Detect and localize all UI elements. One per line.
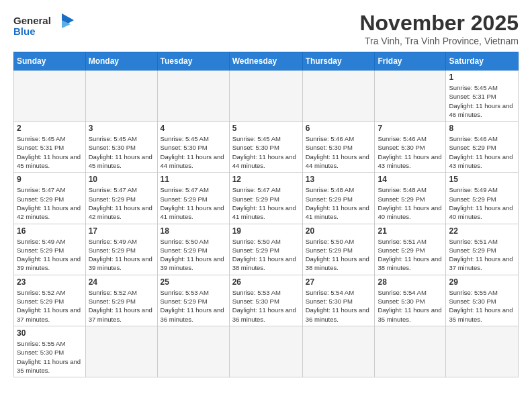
day-number: 16 [17,226,83,236]
day-info: Sunrise: 5:51 AMSunset: 5:29 PMDaylight:… [449,237,515,273]
day-number: 26 [232,277,300,287]
calendar-cell [229,326,302,377]
day-info: Sunrise: 5:48 AMSunset: 5:29 PMDaylight:… [378,185,443,221]
day-info: Sunrise: 5:45 AMSunset: 5:30 PMDaylight:… [232,134,300,170]
calendar-cell: 18Sunrise: 5:50 AMSunset: 5:29 PMDayligh… [157,224,229,275]
calendar-week-row: 30Sunrise: 5:55 AMSunset: 5:30 PMDayligh… [14,326,519,377]
day-info: Sunrise: 5:49 AMSunset: 5:29 PMDaylight:… [17,237,83,273]
page-header: General Blue November 2025 Tra Vinh, Tra… [13,11,519,46]
calendar-cell: 15Sunrise: 5:49 AMSunset: 5:29 PMDayligh… [446,173,519,224]
calendar-cell: 23Sunrise: 5:52 AMSunset: 5:29 PMDayligh… [14,275,86,326]
day-info: Sunrise: 5:45 AMSunset: 5:31 PMDaylight:… [449,83,515,119]
calendar-cell [157,326,229,377]
calendar-cell [375,326,446,377]
calendar-cell [157,71,229,122]
calendar-cell: 16Sunrise: 5:49 AMSunset: 5:29 PMDayligh… [14,224,86,275]
weekday-header-wednesday: Wednesday [229,52,302,71]
month-title: November 2025 [359,11,519,36]
calendar-week-row: 9Sunrise: 5:47 AMSunset: 5:29 PMDaylight… [14,173,519,224]
calendar-cell: 27Sunrise: 5:54 AMSunset: 5:30 PMDayligh… [302,275,375,326]
day-info: Sunrise: 5:52 AMSunset: 5:29 PMDaylight:… [89,288,154,324]
day-info: Sunrise: 5:49 AMSunset: 5:29 PMDaylight:… [89,237,154,273]
day-info: Sunrise: 5:52 AMSunset: 5:29 PMDaylight:… [17,288,83,324]
day-number: 1 [449,73,515,82]
day-info: Sunrise: 5:47 AMSunset: 5:29 PMDaylight:… [17,185,83,221]
day-number: 9 [17,175,83,184]
calendar-cell: 28Sunrise: 5:54 AMSunset: 5:30 PMDayligh… [375,275,446,326]
calendar-header: SundayMondayTuesdayWednesdayThursdayFrid… [14,52,519,71]
day-info: Sunrise: 5:47 AMSunset: 5:29 PMDaylight:… [89,185,154,221]
day-info: Sunrise: 5:51 AMSunset: 5:29 PMDaylight:… [378,237,443,273]
calendar-body: 1Sunrise: 5:45 AMSunset: 5:31 PMDaylight… [14,71,519,377]
day-number: 22 [449,226,515,236]
calendar-cell: 11Sunrise: 5:47 AMSunset: 5:29 PMDayligh… [157,173,229,224]
day-number: 30 [17,328,83,338]
weekday-header-monday: Monday [85,52,157,71]
calendar-cell: 9Sunrise: 5:47 AMSunset: 5:29 PMDaylight… [14,173,86,224]
day-number: 17 [89,226,154,236]
day-info: Sunrise: 5:55 AMSunset: 5:30 PMDaylight:… [449,288,515,324]
calendar-cell [302,71,375,122]
day-info: Sunrise: 5:50 AMSunset: 5:29 PMDaylight:… [232,237,300,273]
calendar-cell: 2Sunrise: 5:45 AMSunset: 5:31 PMDaylight… [14,122,86,173]
location: Tra Vinh, Tra Vinh Province, Vietnam [359,36,519,46]
calendar-cell [85,71,157,122]
calendar-cell: 30Sunrise: 5:55 AMSunset: 5:30 PMDayligh… [14,326,86,377]
weekday-header-saturday: Saturday [446,52,519,71]
calendar-cell: 25Sunrise: 5:53 AMSunset: 5:29 PMDayligh… [157,275,229,326]
calendar-cell: 17Sunrise: 5:49 AMSunset: 5:29 PMDayligh… [85,224,157,275]
day-info: Sunrise: 5:49 AMSunset: 5:29 PMDaylight:… [449,185,515,221]
calendar-cell: 8Sunrise: 5:46 AMSunset: 5:29 PMDaylight… [446,122,519,173]
day-info: Sunrise: 5:46 AMSunset: 5:30 PMDaylight:… [378,134,443,170]
day-number: 28 [378,277,443,287]
day-number: 21 [378,226,443,236]
day-number: 18 [161,226,226,236]
calendar-cell: 10Sunrise: 5:47 AMSunset: 5:29 PMDayligh… [85,173,157,224]
day-number: 27 [306,277,372,287]
day-info: Sunrise: 5:48 AMSunset: 5:29 PMDaylight:… [306,185,372,221]
svg-text:General: General [13,15,51,26]
day-info: Sunrise: 5:53 AMSunset: 5:29 PMDaylight:… [161,288,226,324]
weekday-header-friday: Friday [375,52,446,71]
day-number: 14 [378,175,443,184]
day-info: Sunrise: 5:55 AMSunset: 5:30 PMDaylight:… [17,339,83,375]
weekday-header-sunday: Sunday [14,52,86,71]
day-number: 24 [89,277,154,287]
day-info: Sunrise: 5:45 AMSunset: 5:30 PMDaylight:… [89,134,154,170]
calendar-cell: 12Sunrise: 5:47 AMSunset: 5:29 PMDayligh… [229,173,302,224]
calendar-week-row: 23Sunrise: 5:52 AMSunset: 5:29 PMDayligh… [14,275,519,326]
day-number: 12 [232,175,300,184]
calendar-cell: 29Sunrise: 5:55 AMSunset: 5:30 PMDayligh… [446,275,519,326]
calendar-cell [229,71,302,122]
title-area: November 2025 Tra Vinh, Tra Vinh Provinc… [359,11,519,46]
day-number: 13 [306,175,372,184]
day-number: 7 [378,124,443,133]
day-info: Sunrise: 5:47 AMSunset: 5:29 PMDaylight:… [232,185,300,221]
day-number: 25 [161,277,226,287]
calendar-cell [302,326,375,377]
calendar-cell [375,71,446,122]
day-number: 2 [17,124,83,133]
calendar-cell [446,326,519,377]
calendar-cell: 26Sunrise: 5:53 AMSunset: 5:30 PMDayligh… [229,275,302,326]
calendar-cell: 20Sunrise: 5:50 AMSunset: 5:29 PMDayligh… [302,224,375,275]
day-number: 20 [306,226,372,236]
calendar-week-row: 2Sunrise: 5:45 AMSunset: 5:31 PMDaylight… [14,122,519,173]
day-number: 23 [17,277,83,287]
day-number: 5 [232,124,300,133]
day-info: Sunrise: 5:47 AMSunset: 5:29 PMDaylight:… [161,185,226,221]
day-info: Sunrise: 5:46 AMSunset: 5:30 PMDaylight:… [306,134,372,170]
calendar-week-row: 16Sunrise: 5:49 AMSunset: 5:29 PMDayligh… [14,224,519,275]
weekday-header-tuesday: Tuesday [157,52,229,71]
day-number: 15 [449,175,515,184]
day-number: 11 [161,175,226,184]
day-number: 29 [449,277,515,287]
logo-svg: General Blue [13,11,74,40]
calendar-cell: 13Sunrise: 5:48 AMSunset: 5:29 PMDayligh… [302,173,375,224]
calendar-cell: 4Sunrise: 5:45 AMSunset: 5:30 PMDaylight… [157,122,229,173]
calendar-cell: 19Sunrise: 5:50 AMSunset: 5:29 PMDayligh… [229,224,302,275]
day-info: Sunrise: 5:54 AMSunset: 5:30 PMDaylight:… [306,288,372,324]
calendar-cell: 24Sunrise: 5:52 AMSunset: 5:29 PMDayligh… [85,275,157,326]
calendar-cell [14,71,86,122]
weekday-header-thursday: Thursday [302,52,375,71]
